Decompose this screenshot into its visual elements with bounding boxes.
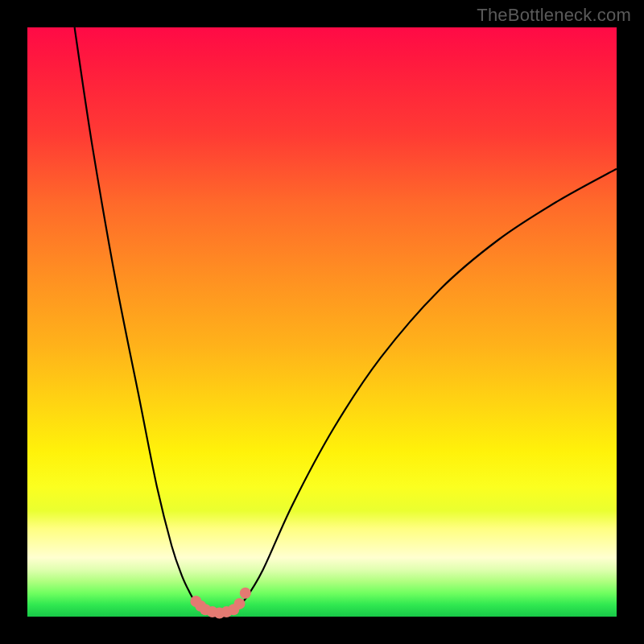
watermark-text: TheBottleneck.com (477, 5, 631, 26)
plot-area (27, 27, 617, 617)
chart-frame: TheBottleneck.com (0, 0, 644, 644)
curve-svg (27, 27, 617, 617)
valley-marker (234, 598, 246, 609)
valley-marker (240, 588, 251, 599)
valley-markers (190, 588, 250, 619)
curve-group (75, 27, 617, 619)
bottleneck-curve (75, 27, 617, 614)
